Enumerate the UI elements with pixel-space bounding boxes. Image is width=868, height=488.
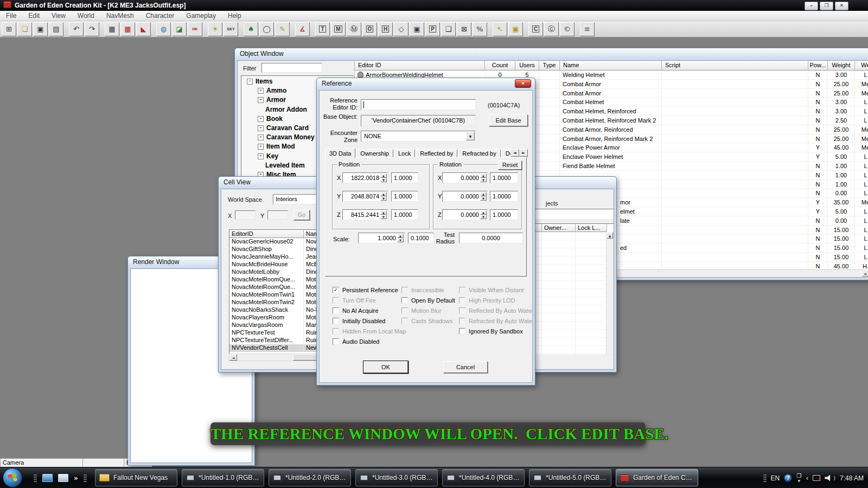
toolbar-lights-button[interactable]: ☀ (208, 22, 222, 36)
position-z-secondary-input[interactable]: 1.0000 (391, 209, 418, 220)
toolbar-collision-cube-button[interactable]: ◇ (394, 22, 409, 36)
toolbar-no-render-button[interactable]: ⊠ (457, 22, 471, 36)
objects-vscrollbar[interactable]: ▲ (606, 232, 614, 355)
toolbar-edit-pencil-button[interactable]: ✎ (275, 22, 290, 36)
tab-reflected-by[interactable]: Reflected by (416, 149, 457, 158)
position-y-secondary-input[interactable]: 1.0000 (391, 191, 418, 202)
spin-down-icon[interactable]: ▼ (480, 215, 487, 219)
grip-handle[interactable] (763, 474, 767, 483)
open-by-default-checkbox[interactable]: Open By Default (401, 297, 455, 304)
position-z-spinner[interactable]: ▲▼ (380, 210, 387, 219)
taskbar-button-untitled-4-0-rgb[interactable]: *Untitled-4.0 (RGB, ... (442, 469, 525, 486)
toolbar-open-data-button[interactable]: ❏ (17, 22, 32, 36)
help-icon[interactable] (784, 474, 792, 482)
toolbar-c-cube-button[interactable]: ⓒ (544, 22, 559, 36)
chevron-down-icon[interactable]: ▼ (466, 132, 475, 140)
expand-icon[interactable]: + (258, 153, 264, 159)
position-x-input[interactable]: 1822.0018▲▼ (342, 172, 388, 183)
toolbar-select-arrow-button[interactable]: ↖ (493, 22, 507, 36)
column-header-weight[interactable]: Weight (828, 61, 855, 70)
spin-up-icon[interactable]: ▲ (380, 174, 387, 178)
toolbar-multibound-button[interactable]: Ⓜ (347, 22, 361, 36)
chevron-expand-icon[interactable]: » (74, 474, 78, 482)
position-z-input[interactable]: 8415.2441▲▼ (342, 209, 388, 220)
position-y-spinner[interactable]: ▲▼ (380, 192, 387, 201)
column-header-users[interactable]: Users (515, 61, 539, 70)
minimize-button[interactable]: – (805, 2, 818, 10)
rotation-y-input[interactable]: 0.0000▲▼ (442, 191, 488, 202)
audio-diabled-checkbox[interactable]: Audio Diabled (333, 338, 380, 345)
taskbar-button-untitled-3-0-rgb[interactable]: *Untitled-3.0 (RGB, ... (355, 469, 438, 486)
toolbar-portals-toggle-button[interactable]: H (378, 22, 393, 36)
toolbar-vegetation-button[interactable]: ♠ (244, 22, 258, 36)
clock[interactable]: 7:48 AM (840, 474, 864, 482)
column-header-editor-id[interactable]: Editor ID (355, 61, 485, 70)
toolbar-trees-toggle-button[interactable]: T (315, 22, 330, 36)
position-x-spinner[interactable]: ▲▼ (380, 174, 387, 182)
column-header-pow[interactable]: Pow... (808, 61, 828, 70)
toolbar-version-control-button[interactable]: ⊞ (2, 22, 16, 36)
rotation-x-secondary-input[interactable]: 1.0000 (490, 172, 518, 183)
reference-dialog[interactable]: Reference ✕ Reference Editor ID: (00104C… (316, 78, 535, 386)
rotation-z-secondary-input[interactable]: 1.0000 (490, 209, 518, 220)
taskbar-button-garden-of-eden-cre[interactable]: Garden of Eden Cre... (616, 469, 698, 486)
scroll-right-icon[interactable]: ► (862, 270, 868, 277)
tab-scroll-left-icon[interactable]: ◄ (510, 149, 519, 157)
spin-down-icon[interactable]: ▼ (480, 196, 487, 201)
menu-world[interactable]: World (72, 12, 100, 20)
close-icon[interactable]: ✕ (515, 79, 531, 88)
expand-icon[interactable]: + (258, 134, 264, 140)
rotation-x-input[interactable]: 0.0000▲▼ (442, 172, 488, 183)
toolbar-undo-button[interactable]: ↶ (69, 22, 84, 36)
toolbar-run-havok-button[interactable]: ∡ (295, 22, 310, 36)
tab-lock[interactable]: Lock (394, 149, 415, 158)
spin-up-icon[interactable]: ▲ (480, 210, 487, 215)
column-header-script[interactable]: Script (662, 61, 808, 70)
expand-icon[interactable]: + (258, 88, 264, 94)
rotation-x-spinner[interactable]: ▲▼ (480, 174, 487, 182)
cancel-button[interactable]: Cancel (443, 361, 488, 373)
position-x-secondary-input[interactable]: 1.0000 (391, 172, 418, 183)
taskbar-button-untitled-1-0-rgb[interactable]: *Untitled-1.0 (RGB, ... (182, 469, 264, 486)
start-button[interactable] (3, 468, 22, 487)
toolbar-shortcut-button[interactable]: % (473, 22, 487, 36)
maximize-button[interactable]: ❐ (820, 2, 833, 10)
reset-button[interactable]: Reset (498, 160, 522, 170)
column-header-we[interactable]: We (855, 61, 868, 70)
expand-icon[interactable]: + (258, 144, 264, 150)
menu-navmesh[interactable]: NavMesh (100, 12, 140, 20)
no-ai-acquire-checkbox[interactable]: No AI Acquire (333, 307, 379, 314)
toolbar-sky-button[interactable]: SKY (224, 22, 238, 36)
close-button[interactable]: ✕ (835, 2, 848, 10)
tab-scroll-right-icon[interactable]: ► (519, 149, 528, 157)
toolbar-world-button[interactable]: ◍ (156, 22, 171, 36)
scale-spinner[interactable]: ▲▼ (397, 234, 404, 242)
title-bar[interactable]: Garden of Eden Creation Kit - [K2 ME3 Ja… (0, 0, 868, 11)
x-coordinate-input[interactable] (235, 210, 256, 220)
y-coordinate-input[interactable] (267, 210, 288, 220)
rotation-y-secondary-input[interactable]: 1.0000 (490, 191, 518, 202)
toolbar-occlusion-toggle-button[interactable]: O (362, 22, 377, 36)
reference-editor-id-input[interactable] (361, 99, 476, 110)
ignored-by-sandbox-checkbox[interactable]: Ignored By Sandbox (459, 328, 523, 335)
column-header-owner[interactable]: Owner... (542, 224, 576, 232)
spin-up-icon[interactable]: ▲ (480, 174, 487, 178)
menu-edit[interactable]: Edit (22, 12, 46, 20)
position-y-input[interactable]: 2048.8074▲▼ (342, 191, 388, 202)
spin-down-icon[interactable]: ▼ (380, 178, 387, 182)
toolbar-rooms-toggle-button[interactable]: ▣ (410, 22, 424, 36)
toolbar-snap-grid-button[interactable]: ▦ (105, 22, 119, 36)
tray-window-icon[interactable]: ❐▼ (796, 473, 801, 483)
toolbar-dialogue-button[interactable]: ◯ (259, 22, 274, 36)
expand-icon[interactable]: + (258, 125, 264, 131)
scroll-up-icon[interactable]: ▲ (607, 232, 613, 239)
rotation-z-input[interactable]: 0.0000▲▼ (442, 209, 488, 220)
toolbar-yellow-cube-button[interactable]: ▣ (508, 22, 523, 36)
expand-icon[interactable]: + (258, 97, 264, 103)
spin-up-icon[interactable]: ▲ (480, 192, 487, 196)
column-header-type[interactable]: Type (539, 61, 560, 70)
toolbar-landscape-button[interactable]: ◪ (172, 22, 187, 36)
toolbar-save-plugin-button[interactable]: ▣ (33, 22, 48, 36)
spin-down-icon[interactable]: ▼ (380, 196, 387, 201)
initially-disabled-checkbox[interactable]: Initially Disabled (333, 317, 385, 324)
